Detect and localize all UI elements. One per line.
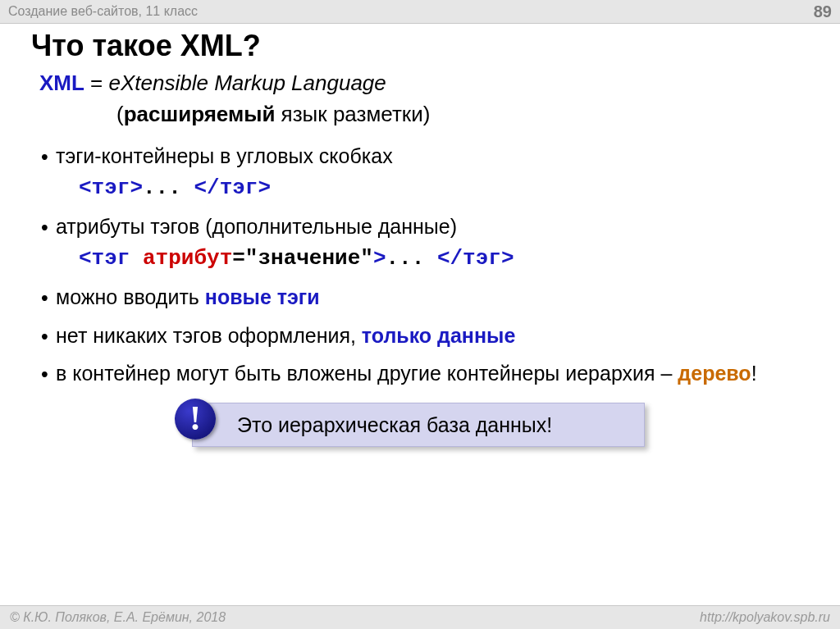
footer-right: http://kpolyakov.spb.ru [700,610,830,625]
page-number: 89 [814,2,832,21]
callout-box: ! Это иерархическая база данных! [192,403,645,447]
callout: ! Это иерархическая база данных! [192,403,645,447]
tag2-open: <тэг [79,246,143,271]
tag2-mid: ... [386,246,436,271]
bullet-2-text: атрибуты тэгов (дополнительные данные) [56,215,457,238]
bullet-5-c: ! [751,362,757,385]
footer: © К.Ю. Поляков, Е.А. Ерёмин, 2018 http:/… [0,605,840,629]
xml-expansion: eXtensible Markup Language [109,71,386,95]
code-example-1: <тэг>... </тэг> [79,173,810,204]
tag-open: <тэг> [79,175,143,200]
definition-line-1: XML = eXtensible Markup Language [39,68,810,99]
tag-content: ... [143,175,194,200]
xml-term: XML [39,71,84,95]
definition-line-2: (расширяемый язык разметки) [116,99,810,130]
top-bar: Создание веб-сайтов, 11 класс 89 [0,0,840,24]
bullet-1-text: тэги-контейнеры в угловых скобках [56,144,393,167]
callout-text: Это иерархическая база данных! [237,413,552,436]
bullet-1: тэги-контейнеры в угловых скобках <тэг>.… [39,141,810,203]
page-title: Что такое XML? [31,29,840,63]
bullet-5-a: в контейнер могут быть вложены другие ко… [56,362,678,385]
bullet-4-b: только данные [362,324,515,347]
tag2-attr: атрибут [143,246,232,271]
bullet-5: в контейнер могут быть вложены другие ко… [39,358,810,388]
tag2-gt: > [373,246,386,271]
course-label: Создание веб-сайтов, 11 класс [8,4,198,19]
tag2-val: "значение" [245,246,373,271]
bullet-4: нет никаких тэгов оформления, только дан… [39,321,810,350]
slide: Создание веб-сайтов, 11 класс 89 Что так… [0,0,840,629]
footer-left: © К.Ю. Поляков, Е.А. Ерёмин, 2018 [10,610,226,625]
exclamation-icon: ! [175,399,216,440]
bullet-4-a: нет никаких тэгов оформления, [56,324,362,347]
content: XML = eXtensible Markup Language (расшир… [39,68,810,447]
bullet-3: можно вводить новые тэги [39,282,810,312]
tag2-close: </тэг> [437,246,514,271]
equals: = [84,71,109,95]
bullet-2: атрибуты тэгов (дополнительные данные) <… [39,212,810,274]
paren-open: ( [116,102,124,126]
bullet-3-a: можно вводить [56,285,205,308]
def-bold: расширяемый [124,102,276,126]
code-example-2: <тэг атрибут="значение">... </тэг> [79,244,810,275]
bullet-list: тэги-контейнеры в угловых скобках <тэг>.… [39,141,810,388]
tag-close: </тэг> [194,175,271,200]
bullet-5-b: дерево [678,362,751,385]
def-rest: язык разметки) [275,102,430,126]
bullet-3-b: новые тэги [205,285,320,308]
tag2-eq: = [232,246,245,271]
